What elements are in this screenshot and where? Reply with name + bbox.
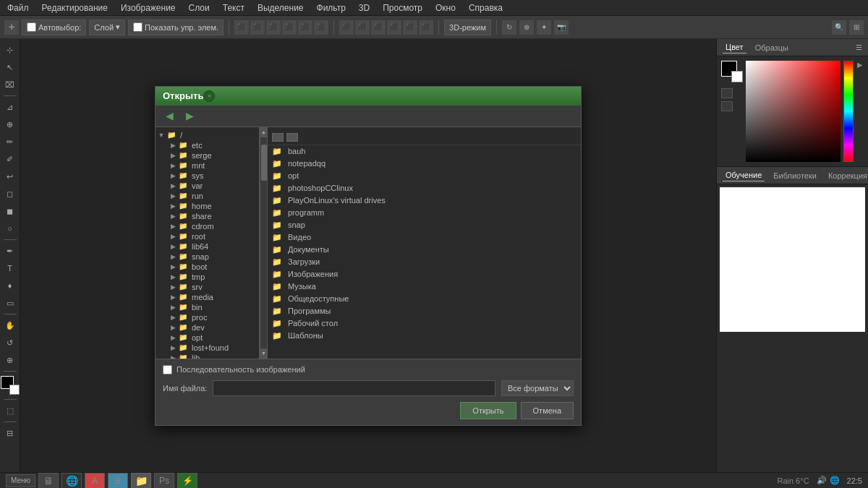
- align-left-icon[interactable]: ⬛: [282, 20, 297, 35]
- file-content-area[interactable]: 📁 bauh 📁 notepadqq 📁 opt 📁: [268, 127, 581, 359]
- dialog-close-btn[interactable]: ●: [203, 90, 215, 102]
- move-tool-icon[interactable]: ✛: [4, 20, 19, 35]
- menu-item-filter[interactable]: Фильтр: [314, 3, 349, 13]
- view-list-icon[interactable]: [286, 133, 298, 142]
- mode-3d-btn[interactable]: 3D-режим: [444, 20, 491, 35]
- tab-color[interactable]: Цвет: [723, 41, 746, 53]
- tree-item-lib64[interactable]: ▶ 📁 lib64: [156, 241, 259, 252]
- menu-item-text[interactable]: Текст: [220, 3, 247, 13]
- file-item-opt[interactable]: 📁 opt: [268, 170, 581, 182]
- gradient-tool-btn[interactable]: ◼: [2, 203, 18, 219]
- align-top-icon[interactable]: ⬛: [234, 20, 249, 35]
- fg-bg-color-swatch[interactable]: [1, 376, 20, 395]
- layer-dropdown[interactable]: Слой ▾: [89, 20, 125, 35]
- file-item-photoshop[interactable]: 📁 photoshopCClinux: [268, 182, 581, 194]
- fg-bg-swatch[interactable]: [721, 61, 743, 82]
- tree-scroll-thumb[interactable]: [261, 145, 267, 181]
- file-item-programs[interactable]: 📁 Программы: [268, 305, 581, 317]
- zoom-tool-btn[interactable]: ⊕: [2, 352, 18, 368]
- tree-item-home[interactable]: ▶ 📁 home: [156, 201, 259, 211]
- tree-item-cdrom[interactable]: ▶ 📁 cdrom: [156, 221, 259, 231]
- taskbar-menu-btn[interactable]: Меню: [6, 474, 35, 487]
- history-brush-btn[interactable]: ↩: [2, 168, 18, 184]
- file-item-notepadqq[interactable]: 📁 notepadqq: [268, 158, 581, 170]
- menu-item-edit[interactable]: Редактирование: [39, 3, 111, 13]
- taskbar-app1-icon[interactable]: A: [85, 473, 105, 489]
- tree-item-serge[interactable]: ▶ 📁 serge: [156, 150, 259, 160]
- tree-item-root-dir[interactable]: ▶ 📁 root: [156, 231, 259, 241]
- seq-checkbox[interactable]: [163, 365, 172, 374]
- dialog-forward-btn[interactable]: ▶: [182, 108, 197, 123]
- hue-slider[interactable]: [843, 61, 854, 162]
- 3d-rotate-icon[interactable]: ↻: [502, 20, 516, 35]
- quick-mask-btn[interactable]: ⬚: [2, 403, 18, 419]
- tab-libraries[interactable]: Библиотеки: [770, 170, 820, 181]
- eraser-tool-btn[interactable]: ◻: [2, 186, 18, 202]
- color-panel-arrow[interactable]: ▶: [856, 61, 864, 69]
- taskbar-ps-icon[interactable]: Ps: [154, 473, 174, 489]
- filename-input[interactable]: [213, 380, 495, 396]
- dodge-tool-btn[interactable]: ○: [2, 221, 18, 236]
- taskbar-terminal-icon[interactable]: 🖥: [38, 473, 59, 489]
- tree-item-boot[interactable]: ▶ 📁 boot: [156, 262, 259, 272]
- file-item-docs[interactable]: 📁 Документы: [268, 244, 581, 256]
- menu-item-file[interactable]: Файл: [4, 3, 32, 13]
- dist-right-icon[interactable]: ⬛: [419, 20, 433, 35]
- show-transform-btn[interactable]: Показать упр. элем.: [128, 20, 224, 35]
- align-hcenter-icon[interactable]: ⬛: [298, 20, 312, 35]
- tree-item-root[interactable]: ▼ 📁 /: [156, 130, 259, 140]
- file-item-desktop[interactable]: 📁 Рабочий стол: [268, 317, 581, 330]
- crop-tool-btn[interactable]: ⌧: [2, 77, 18, 93]
- taskbar-app2-icon[interactable]: B: [108, 473, 128, 489]
- tree-item-sys[interactable]: ▶ 📁 sys: [156, 171, 259, 181]
- direct-select-tool-btn[interactable]: ↖: [2, 59, 18, 75]
- eyedropper-tool-btn[interactable]: ⊿: [2, 99, 18, 115]
- tree-item-proc[interactable]: ▶ 📁 proc: [156, 312, 259, 322]
- file-item-public[interactable]: 📁 Общедоступные: [268, 293, 581, 305]
- autofill-checkbox[interactable]: [27, 22, 36, 32]
- color-icon-2[interactable]: [721, 101, 733, 111]
- dist-hcenter-icon[interactable]: ⬛: [403, 20, 417, 35]
- spot-heal-tool-btn[interactable]: ⊕: [2, 116, 18, 132]
- file-item-bauh[interactable]: 📁 bauh: [268, 145, 581, 158]
- tree-item-dev[interactable]: ▶ 📁 dev: [156, 322, 259, 333]
- dist-vcenter-icon[interactable]: ⬛: [355, 20, 370, 35]
- hand-tool-btn[interactable]: ✋: [2, 317, 18, 333]
- file-item-images[interactable]: 📁 Изображения: [268, 268, 581, 281]
- menu-item-select[interactable]: Выделение: [255, 3, 307, 13]
- tree-item-lost-found[interactable]: ▶ 📁 lost+found: [156, 343, 259, 353]
- align-right-icon[interactable]: ⬛: [314, 20, 328, 35]
- menu-item-3d[interactable]: 3D: [356, 3, 373, 13]
- tree-item-opt[interactable]: ▶ 📁 opt: [156, 333, 259, 343]
- dist-left-icon[interactable]: ⬛: [387, 20, 401, 35]
- 3d-zoom-icon[interactable]: ✦: [537, 20, 551, 35]
- file-item-programm[interactable]: 📁 programm: [268, 207, 581, 219]
- rect-shape-btn[interactable]: ▭: [2, 295, 18, 311]
- color-panel-menu-btn[interactable]: ☰: [856, 43, 862, 51]
- taskbar-app3-icon[interactable]: ⚡: [177, 473, 197, 489]
- 3d-pan-icon[interactable]: ⊕: [519, 20, 534, 35]
- tree-item-srv[interactable]: ▶ 📁 srv: [156, 282, 259, 292]
- tree-item-bin[interactable]: ▶ 📁 bin: [156, 302, 259, 312]
- screen-mode-btn[interactable]: ⊟: [2, 425, 18, 441]
- align-bottom-icon[interactable]: ⬛: [266, 20, 281, 35]
- tree-item-var[interactable]: ▶ 📁 var: [156, 181, 259, 191]
- color-icon-1[interactable]: [721, 88, 733, 98]
- stamp-tool-btn[interactable]: ✐: [2, 151, 18, 167]
- file-tree[interactable]: ▼ 📁 / ▶ 📁 etc ▶: [156, 127, 260, 359]
- tree-scroll-up-btn[interactable]: ▲: [260, 127, 267, 137]
- tree-item-etc[interactable]: ▶ 📁 etc: [156, 140, 259, 150]
- file-item-snap[interactable]: 📁 snap: [268, 219, 581, 231]
- tree-item-mnt[interactable]: ▶ 📁 mnt: [156, 160, 259, 171]
- view-thumb-icon[interactable]: [272, 133, 284, 142]
- dist-top-icon[interactable]: ⬛: [339, 20, 354, 35]
- tree-scroll-down-btn[interactable]: ▼: [260, 348, 267, 359]
- path-select-btn[interactable]: ♦: [2, 278, 18, 294]
- dialog-back-btn[interactable]: ◀: [161, 108, 177, 123]
- workspace-icon[interactable]: ⊞: [849, 20, 864, 35]
- file-item-music[interactable]: 📁 Музыка: [268, 281, 581, 293]
- dialog-cancel-btn[interactable]: Отмена: [521, 402, 574, 419]
- menu-item-layers[interactable]: Слои: [186, 3, 213, 13]
- show-transform-checkbox[interactable]: [133, 22, 142, 32]
- tree-item-media[interactable]: ▶ 📁 media: [156, 292, 259, 302]
